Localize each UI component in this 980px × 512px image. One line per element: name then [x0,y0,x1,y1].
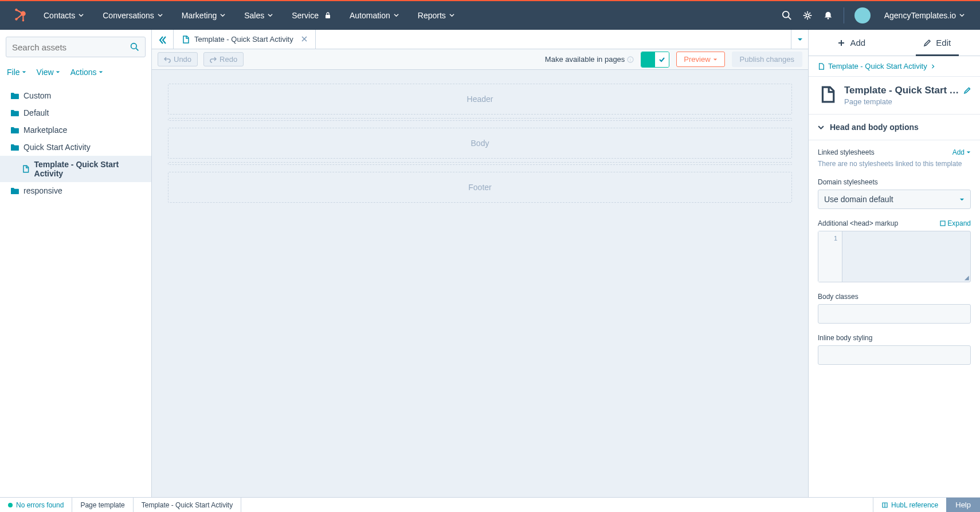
section-divider[interactable] [168,118,792,121]
template-title: Template - Quick Start Act [844,85,960,96]
inline-body-input[interactable] [818,345,971,365]
linked-stylesheets-label: Linked stylesheets [818,148,875,156]
expand-icon [940,220,946,226]
chevron-down-icon [818,124,824,131]
pencil-icon[interactable] [963,86,971,94]
search-input[interactable] [12,42,130,52]
chevron-down-icon [268,13,273,18]
svg-rect-7 [326,15,330,18]
body-classes-input[interactable] [818,304,971,324]
template-subtitle: Page template [844,97,971,106]
available-in-pages-label: Make available in pagesi [545,55,634,64]
page-icon [182,36,190,44]
svg-line-2 [17,14,23,19]
errors-status[interactable]: No errors found [0,498,72,512]
header-placeholder[interactable]: Header [168,84,792,115]
nav-service[interactable]: Service [288,11,335,20]
tab-add[interactable]: Add [809,30,895,56]
breadcrumb[interactable]: Template - Quick Start Activity [809,56,980,77]
head-markup-editor[interactable]: 1 ◢ [818,231,971,282]
redo-button[interactable]: Redo [203,52,244,66]
chevron-down-icon [959,13,965,18]
nav-marketing[interactable]: Marketing [178,11,229,20]
account-menu[interactable]: AgencyTemplates.io [881,11,969,20]
folder-custom[interactable]: Custom [0,87,151,104]
resize-handle-icon[interactable]: ◢ [965,274,969,281]
template-canvas: Header Body Footer [152,70,808,497]
editor-toolbar: Undo Redo Make available in pagesi Previ… [152,49,808,70]
folder-default[interactable]: Default [0,104,151,121]
chevron-right-icon [931,64,935,69]
svg-rect-16 [940,221,945,226]
view-menu[interactable]: View [37,68,60,77]
plus-icon [837,39,845,47]
folder-icon [10,109,19,117]
bell-icon[interactable] [823,10,833,21]
status-template-name[interactable]: Template - Quick Start Activity [134,498,241,512]
tab-overflow-button[interactable] [791,30,808,49]
search-icon [130,42,139,52]
book-icon [881,502,888,509]
tab-edit[interactable]: Edit [895,30,981,56]
publish-button[interactable]: Publish changes [732,52,802,67]
svg-point-12 [131,44,137,49]
nav-reports[interactable]: Reports [414,11,458,20]
preview-button[interactable]: Preview [676,52,724,67]
search-input-wrap[interactable] [6,37,146,57]
collapse-sidebar-button[interactable] [158,36,167,47]
inspector-panel: Add Edit Template - Quick Start Activity… [808,30,980,497]
status-bar: No errors found Page template Template -… [0,497,980,512]
svg-line-9 [788,17,791,20]
chevron-down-icon [394,13,399,18]
section-divider[interactable] [168,162,792,165]
status-dot-icon [8,503,13,507]
footer-placeholder[interactable]: Footer [168,172,792,203]
nav-contacts[interactable]: Contacts [40,11,88,20]
nav-conversations[interactable]: Conversations [99,11,167,20]
available-toggle[interactable] [641,52,669,68]
folder-responsive[interactable]: responsive [0,182,151,199]
nav-automation[interactable]: Automation [346,11,403,20]
search-icon[interactable] [782,10,792,21]
svg-point-3 [15,9,17,11]
hubspot-logo-icon[interactable] [11,7,29,24]
tab-label: Template - Quick Start Activity [194,35,293,44]
undo-button[interactable]: Undo [158,52,198,66]
template-icon [818,85,837,104]
add-stylesheet-link[interactable]: Add [952,148,971,156]
folder-quick-start[interactable]: Quick Start Activity [0,139,151,156]
body-placeholder[interactable]: Body [168,128,792,159]
close-icon[interactable] [301,35,307,44]
expand-link[interactable]: Expand [940,219,971,227]
avatar[interactable] [854,7,871,23]
file-template-quick-start[interactable]: Template - Quick Start Activity [0,156,151,182]
domain-stylesheets-label: Domain stylesheets [818,178,878,186]
folder-icon [10,187,19,195]
linked-stylesheets-note: There are no stylesheets linked to this … [818,160,971,168]
tab-strip: Template - Quick Start Activity [152,30,808,49]
chevron-down-icon [220,13,226,18]
head-body-section-toggle[interactable]: Head and body options [809,115,980,140]
actions-menu[interactable]: Actions [70,68,103,77]
folder-icon [10,92,19,100]
gear-icon[interactable] [802,10,813,21]
check-icon [658,56,665,63]
body-classes-label: Body classes [818,293,859,301]
status-page-template[interactable]: Page template [72,498,133,512]
nav-sales[interactable]: Sales [241,11,277,20]
asset-sidebar: File View Actions Custom Default Marketp… [0,30,152,497]
hubl-reference-link[interactable]: HubL reference [873,498,946,512]
file-menu[interactable]: File [7,68,26,77]
help-button[interactable]: Help [946,498,980,512]
domain-stylesheets-select[interactable]: Use domain default [818,190,971,209]
folder-marketplace[interactable]: Marketplace [0,121,151,139]
svg-point-8 [783,11,789,18]
inline-body-label: Inline body styling [818,334,872,342]
lock-icon [324,12,331,19]
tab-template-quick-start[interactable]: Template - Quick Start Activity [174,30,316,49]
folder-icon [10,127,19,134]
chevron-down-icon [449,13,455,18]
svg-point-10 [806,14,809,17]
folder-icon [10,144,19,151]
info-icon[interactable]: i [627,56,634,63]
